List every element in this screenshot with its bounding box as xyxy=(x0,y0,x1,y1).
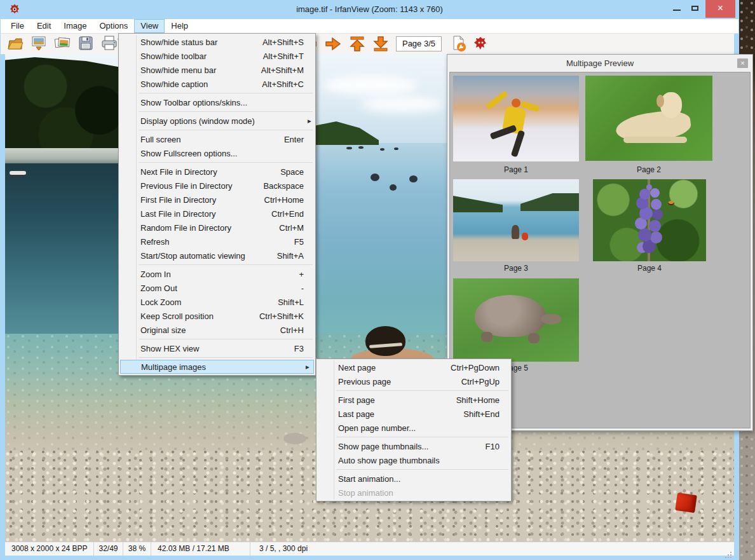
menu-item-show-page-thumbnails[interactable]: Show page thumbnails...F10 xyxy=(316,439,511,453)
menu-item-label: Display options (window mode) xyxy=(140,116,304,126)
titlebar[interactable]: image.tif - IrfanView (Zoom: 1143 x 760)… xyxy=(0,0,739,19)
page-indicator[interactable]: Page 3/5 xyxy=(396,36,442,51)
menu-separator xyxy=(139,93,313,93)
menu-item-shortcut: Backspace xyxy=(263,181,304,191)
thumbnails-button[interactable] xyxy=(53,35,72,52)
menu-item-start-stop-automatic-viewing[interactable]: Start/Stop automatic viewingShift+A xyxy=(119,249,315,263)
menu-item-last-page[interactable]: Last pageShift+End xyxy=(316,407,511,421)
menu-item-label: Show Toolbar options/skins... xyxy=(140,98,304,107)
menu-item-show-hide-menu-bar[interactable]: Show/hide menu barAlt+Shift+M xyxy=(119,63,315,77)
maximize-button[interactable] xyxy=(686,0,704,18)
resize-grip[interactable] xyxy=(730,552,731,553)
menu-item-show-hide-toolbar[interactable]: Show/hide toolbarAlt+Shift+T xyxy=(119,49,315,63)
menu-item-auto-show-page-thumbnails[interactable]: Auto show page thumbnails xyxy=(316,453,511,467)
status-zoom-percent: 38 % xyxy=(123,542,151,556)
photo-swimmer xyxy=(358,146,364,149)
thumb-art xyxy=(512,225,519,239)
menu-item-first-file-in-directory[interactable]: First File in DirectoryCtrl+Home xyxy=(119,193,315,207)
menu-item-shortcut: Alt+Shift+S xyxy=(262,38,304,47)
menubar: File Edit Image Options View Help xyxy=(1,19,738,34)
menu-item-keep-scroll-position[interactable]: Keep Scroll positionCtrl+Shift+K xyxy=(119,309,315,323)
menu-item-shortcut: Enter xyxy=(284,135,304,144)
menu-item-full-screen[interactable]: Full screenEnter xyxy=(119,132,315,146)
menu-item-multipage-images[interactable]: Multipage images▶ xyxy=(120,360,314,374)
close-button[interactable]: × xyxy=(705,0,735,18)
thumb-art xyxy=(541,314,561,324)
photo-swimmer xyxy=(394,147,398,150)
menu-item-label: Refresh xyxy=(140,237,294,247)
properties-button[interactable] xyxy=(449,35,468,52)
menu-item-shortcut: Ctrl+Shift+K xyxy=(259,311,304,321)
menubar-item-edit[interactable]: Edit xyxy=(31,19,57,33)
multipage-images-submenu: Next pageCtrl+PgDownPrevious pageCtrl+Pg… xyxy=(316,359,512,502)
menu-item-label: Next page xyxy=(338,363,451,372)
menubar-item-view[interactable]: View xyxy=(134,19,165,33)
menu-item-original-size[interactable]: Original sizeCtrl+H xyxy=(119,323,315,337)
menu-item-previous-page[interactable]: Previous pageCtrl+PgUp xyxy=(316,374,511,388)
thumbnail-page-4[interactable] xyxy=(593,179,706,261)
last-page-button[interactable] xyxy=(371,35,390,52)
menu-item-lock-zoom[interactable]: Lock ZoomShift+L xyxy=(119,295,315,309)
menu-item-previous-file-in-directory[interactable]: Previous File in DirectoryBackspace xyxy=(119,179,315,193)
photo-red-bucket xyxy=(675,493,697,513)
window-title: image.tif - IrfanView (Zoom: 1143 x 760) xyxy=(0,0,739,19)
menu-item-start-animation[interactable]: Start animation... xyxy=(316,472,511,486)
menu-item-label: Full screen xyxy=(140,135,284,144)
submenu-arrow-icon: ▶ xyxy=(306,364,309,370)
menu-item-show-hide-status-bar[interactable]: Show/hide status barAlt+Shift+S xyxy=(119,35,315,49)
menu-item-label: Show Fullscreen options... xyxy=(140,149,304,158)
thumbnail-page-3[interactable] xyxy=(453,179,579,261)
first-page-button[interactable] xyxy=(348,35,367,52)
thumbnail-page-2[interactable] xyxy=(585,76,712,161)
thumb-art xyxy=(522,233,528,240)
menu-item-next-page[interactable]: Next pageCtrl+PgDown xyxy=(316,360,511,374)
panel-close-button[interactable]: × xyxy=(737,58,748,68)
status-memory: 42.03 MB / 17.21 MB xyxy=(151,542,250,556)
thumb-art xyxy=(528,333,540,343)
next-page-button[interactable] xyxy=(323,35,343,52)
open-file-button[interactable] xyxy=(6,35,25,52)
menu-item-first-page[interactable]: First pageShift+Home xyxy=(316,393,511,407)
photo-swimmer xyxy=(346,147,352,149)
thumbnail-page-1[interactable] xyxy=(453,76,579,161)
menubar-item-options[interactable]: Options xyxy=(93,19,135,33)
statusbar: 3008 x 2000 x 24 BPP 32/49 38 % 42.03 MB… xyxy=(5,542,734,556)
menu-item-shortcut: Ctrl+H xyxy=(280,325,304,335)
menu-item-last-file-in-directory[interactable]: Last File in DirectoryCtrl+End xyxy=(119,207,315,221)
menu-item-open-page-number[interactable]: Open page number... xyxy=(316,421,511,435)
menu-item-label: Auto show page thumbnails xyxy=(338,456,500,465)
menu-item-display-options-window-mode[interactable]: Display options (window mode)▶ xyxy=(119,114,315,128)
about-button[interactable] xyxy=(471,35,490,52)
menu-item-show-fullscreen-options[interactable]: Show Fullscreen options... xyxy=(119,146,315,160)
thumbnail-label-page-2: Page 2 xyxy=(585,165,712,175)
menu-item-shortcut: + xyxy=(299,270,304,279)
menu-item-next-file-in-directory[interactable]: Next File in DirectorySpace xyxy=(119,165,315,179)
menu-item-show-hide-caption[interactable]: Show/hide captionAlt+Shift+C xyxy=(119,77,315,91)
menu-item-random-file-in-directory[interactable]: Random File in DirectoryCtrl+M xyxy=(119,221,315,235)
menu-item-show-hex-view[interactable]: Show HEX viewF3 xyxy=(119,341,315,355)
thumb-art xyxy=(520,193,579,211)
menu-item-label: Original size xyxy=(140,325,280,335)
menubar-item-file[interactable]: File xyxy=(4,19,31,33)
status-file-index: 32/49 xyxy=(94,542,123,556)
menu-separator xyxy=(336,437,508,437)
minimize-button[interactable] xyxy=(668,0,686,18)
thumbnail-page-5[interactable] xyxy=(453,278,579,362)
open-folder-icon xyxy=(7,36,24,51)
menu-item-zoom-in[interactable]: Zoom In+ xyxy=(119,267,315,281)
menu-item-show-toolbar-options-skins[interactable]: Show Toolbar options/skins... xyxy=(119,95,315,109)
thumb-art xyxy=(648,179,650,261)
menubar-item-help[interactable]: Help xyxy=(165,19,194,33)
thumb-art xyxy=(668,201,674,205)
status-image-info: 3008 x 2000 x 24 BPP xyxy=(5,542,94,556)
save-button[interactable] xyxy=(76,35,95,52)
menu-item-label: Open page number... xyxy=(338,423,500,433)
menu-item-refresh[interactable]: RefreshF5 xyxy=(119,235,315,249)
menu-item-label: Show page thumbnails... xyxy=(338,442,486,451)
thumbnail-label-page-1: Page 1 xyxy=(453,165,579,175)
slideshow-button[interactable] xyxy=(29,35,48,52)
menu-item-zoom-out[interactable]: Zoom Out- xyxy=(119,281,315,295)
menubar-item-image[interactable]: Image xyxy=(57,19,93,33)
menu-item-label: Lock Zoom xyxy=(140,297,278,307)
minimize-icon xyxy=(673,10,681,11)
